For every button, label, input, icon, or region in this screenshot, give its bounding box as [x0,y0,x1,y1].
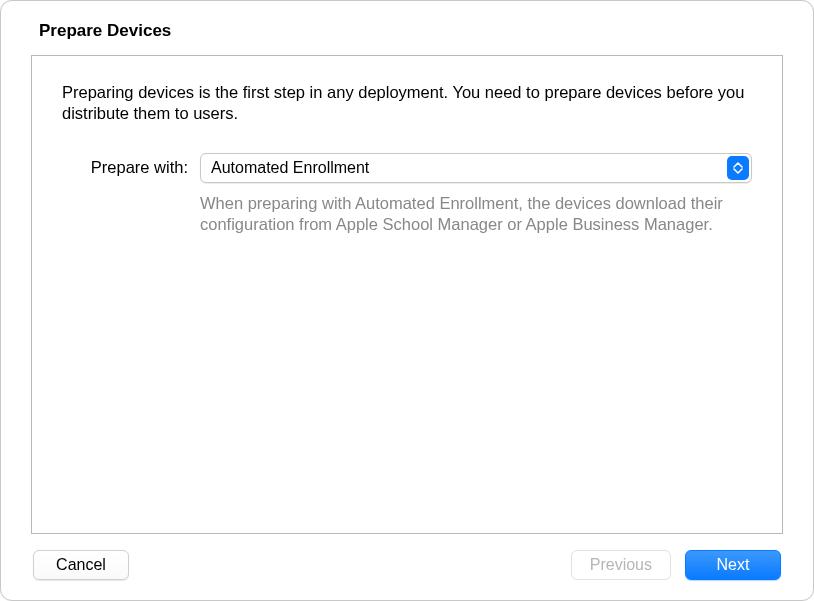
prepare-with-control: Automated Enrollment When preparing with… [200,153,752,236]
cancel-button[interactable]: Cancel [33,550,129,580]
cancel-label: Cancel [56,556,106,574]
prepare-with-value: Automated Enrollment [211,159,369,177]
left-buttons: Cancel [33,550,129,580]
chevron-up-down-icon [727,156,749,180]
prepare-with-select[interactable]: Automated Enrollment [200,153,752,183]
prepare-with-select-wrap: Automated Enrollment [200,153,752,183]
previous-label: Previous [590,556,652,574]
next-button[interactable]: Next [685,550,781,580]
prepare-with-row: Prepare with: Automated Enrollment When … [62,153,752,236]
right-buttons: Previous Next [571,550,781,580]
intro-text: Preparing devices is the first step in a… [62,82,752,125]
button-bar: Cancel Previous Next [31,550,783,580]
next-label: Next [717,556,750,574]
prepare-devices-dialog: Prepare Devices Preparing devices is the… [0,0,814,601]
dialog-title: Prepare Devices [39,21,783,41]
prepare-with-help: When preparing with Automated Enrollment… [200,193,752,236]
content-panel: Preparing devices is the first step in a… [31,55,783,534]
prepare-with-label: Prepare with: [62,153,188,177]
previous-button: Previous [571,550,671,580]
